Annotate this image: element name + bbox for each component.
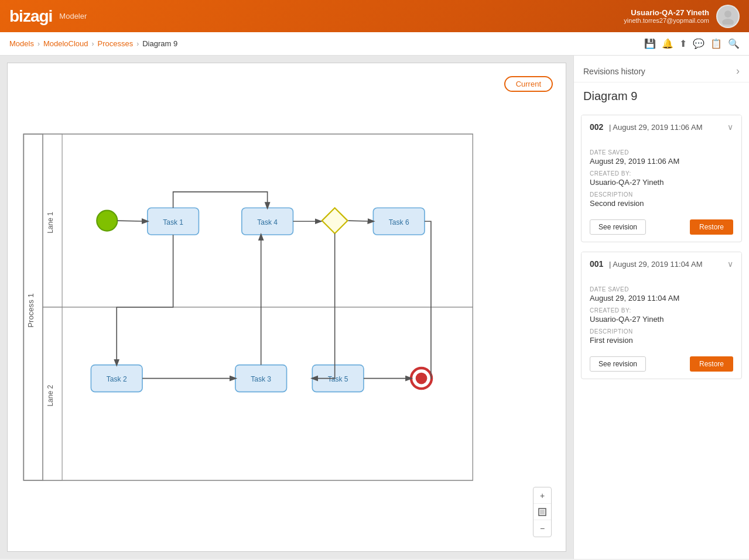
canvas-area: Current Process 1 Lane 1 Lane 2 <box>0 56 573 559</box>
user-name: Usuario-QA-27 Yineth <box>624 8 709 17</box>
panel-header: Revisions history › <box>574 56 749 83</box>
revision-001-date: | August 29, 2019 11:04 AM <box>609 260 703 269</box>
zoom-controls: + − <box>533 487 552 537</box>
breadcrumb-modelocloud[interactable]: ModeloCloud <box>43 39 88 48</box>
user-info: Usuario-QA-27 Yineth yineth.torres27@yop… <box>624 8 709 24</box>
breadcrumb: Models › ModeloCloud › Processes › Diagr… <box>0 32 749 56</box>
revision-card-002: 002 | August 29, 2019 11:06 AM ∨ DATE SA… <box>581 115 742 242</box>
logo-area: bizagi Modeler <box>9 7 87 26</box>
date-saved-002: August 29, 2019 11:06 AM <box>590 157 733 166</box>
created-by-label-001: CREATED BY: <box>590 307 733 314</box>
revision-002-body: DATE SAVED August 29, 2019 11:06 AM CREA… <box>582 139 741 214</box>
revision-001-actions: See revision Restore <box>582 351 741 379</box>
restore-002-button[interactable]: Restore <box>690 219 733 235</box>
revision-001-chevron: ∨ <box>727 259 733 269</box>
revision-001-body: DATE SAVED August 29, 2019 11:04 AM CREA… <box>582 276 741 351</box>
revision-002-date: | August 29, 2019 11:06 AM <box>609 123 703 132</box>
date-saved-label-002: DATE SAVED <box>590 149 733 156</box>
svg-text:Task 2: Task 2 <box>107 375 127 383</box>
panel-close-button[interactable]: › <box>736 65 740 77</box>
bell-icon[interactable]: 🔔 <box>662 38 673 49</box>
see-revision-002-button[interactable]: See revision <box>590 219 646 235</box>
restore-001-button[interactable]: Restore <box>690 356 733 372</box>
svg-point-11 <box>97 211 117 231</box>
breadcrumb-models[interactable]: Models <box>9 39 34 48</box>
svg-rect-8 <box>43 307 473 480</box>
revision-002-num: 002 <box>590 122 603 132</box>
revision-001-num: 001 <box>590 259 603 269</box>
main-layout: Current Process 1 Lane 1 Lane 2 <box>0 56 749 559</box>
panel-diagram-name: Diagram 9 <box>574 83 749 110</box>
description-label-001: DESCRIPTION <box>590 328 733 335</box>
svg-point-1 <box>722 19 734 25</box>
svg-point-26 <box>416 373 427 384</box>
created-by-001: Usuario-QA-27 Yineth <box>590 315 733 324</box>
app-header: bizagi Modeler Usuario-QA-27 Yineth yine… <box>0 0 749 32</box>
description-001: First revision <box>590 336 733 345</box>
user-area: Usuario-QA-27 Yineth yineth.torres27@yop… <box>624 5 740 28</box>
panel-title: Revisions history <box>583 67 645 76</box>
app-name: Modeler <box>59 12 87 20</box>
bpmn-diagram: Process 1 Lane 1 Lane 2 Task 1 Task 4 <box>8 63 566 551</box>
date-saved-label-001: DATE SAVED <box>590 286 733 293</box>
revision-002-header[interactable]: 002 | August 29, 2019 11:06 AM ∨ <box>582 115 741 139</box>
see-revision-001-button[interactable]: See revision <box>590 356 646 372</box>
created-by-002: Usuario-QA-27 Yineth <box>590 178 733 187</box>
revisions-panel: Revisions history › Diagram 9 002 | Augu… <box>573 56 749 559</box>
toolbar-icons: 💾 🔔 ⬆ 💬 📋 🔍 <box>644 38 740 49</box>
logo: bizagi <box>9 7 52 26</box>
svg-rect-32 <box>540 510 545 514</box>
revision-002-actions: See revision Restore <box>582 214 741 242</box>
revision-card-001: 001 | August 29, 2019 11:04 AM ∨ DATE SA… <box>581 252 742 379</box>
description-label-002: DESCRIPTION <box>590 191 733 198</box>
save-icon[interactable]: 💾 <box>644 38 656 49</box>
breadcrumb-processes[interactable]: Processes <box>98 39 134 48</box>
user-email: yineth.torres27@yopmail.com <box>624 17 709 24</box>
description-002: Second revision <box>590 199 733 208</box>
date-saved-001: August 29, 2019 11:04 AM <box>590 294 733 303</box>
svg-line-27 <box>117 221 147 221</box>
revision-002-chevron: ∨ <box>727 122 733 132</box>
created-by-label-002: CREATED BY: <box>590 170 733 177</box>
svg-text:Task 6: Task 6 <box>389 218 409 226</box>
svg-text:Task 5: Task 5 <box>328 375 348 383</box>
current-badge: Current <box>504 76 553 92</box>
svg-text:Task 3: Task 3 <box>251 375 271 383</box>
chat-icon[interactable]: 💬 <box>693 38 704 49</box>
svg-text:Task 1: Task 1 <box>163 218 183 226</box>
zoom-fit-button[interactable] <box>533 504 551 520</box>
diagram-canvas[interactable]: Current Process 1 Lane 1 Lane 2 <box>7 63 566 552</box>
svg-text:Lane 2: Lane 2 <box>46 384 54 406</box>
svg-text:Lane 1: Lane 1 <box>46 212 54 233</box>
zoom-out-button[interactable]: − <box>533 520 551 537</box>
revision-001-header[interactable]: 001 | August 29, 2019 11:04 AM ∨ <box>582 252 741 276</box>
svg-line-29 <box>348 221 374 221</box>
svg-text:Task 4: Task 4 <box>257 218 278 226</box>
avatar[interactable] <box>716 5 740 28</box>
search-icon[interactable]: 🔍 <box>728 38 740 49</box>
zoom-in-button[interactable]: + <box>533 487 551 504</box>
breadcrumb-current: Diagram 9 <box>142 39 177 48</box>
clipboard-icon[interactable]: 📋 <box>710 38 722 49</box>
upload-icon[interactable]: ⬆ <box>679 38 687 49</box>
svg-point-0 <box>724 11 731 18</box>
svg-text:Process 1: Process 1 <box>26 293 35 327</box>
